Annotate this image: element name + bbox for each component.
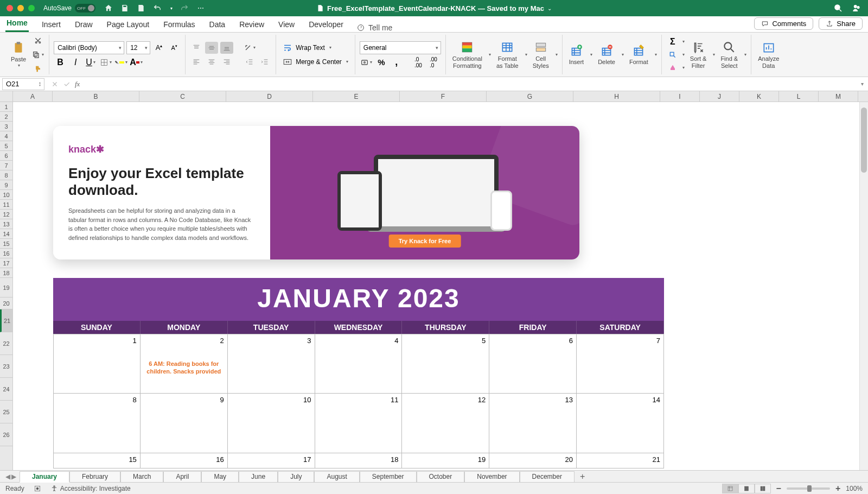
autosum-icon[interactable]: Σ [666,36,679,48]
calendar-cell[interactable]: 10 [228,394,315,453]
calendar-cell[interactable]: 12 [402,394,489,453]
window-maximize[interactable] [28,5,35,11]
col-header[interactable]: C [139,91,226,102]
calendar-cell[interactable]: 6 [489,334,577,394]
col-header[interactable]: K [739,91,779,102]
calendar-cell[interactable]: 5 [402,334,489,394]
row-header[interactable]: 9 [0,180,12,190]
font-name-combo[interactable]: Calibri (Body) [54,41,124,54]
calendar-cell[interactable]: 13 [489,394,577,453]
cell-styles-button[interactable]: Cell Styles [531,40,551,68]
select-all-corner[interactable] [0,91,13,102]
fx-icon[interactable]: fx [75,80,80,88]
row-header[interactable]: 10 [0,190,12,200]
merge-center-button[interactable]: Merge & Center▾ [280,56,350,68]
fill-color-button[interactable]: ▾ [114,56,127,68]
bold-button[interactable]: B [54,56,67,68]
macro-record-icon[interactable] [33,484,42,493]
sheet-nav-next[interactable]: ▶ [11,473,16,480]
tab-page-layout[interactable]: Page Layout [106,17,151,32]
wrap-text-button[interactable]: Wrap Text▾ [280,42,350,54]
tab-insert[interactable]: Insert [41,17,62,32]
sheet-tab[interactable]: October [417,471,465,482]
col-header[interactable]: M [819,91,858,102]
paste-button[interactable]: Paste ▾ [9,41,28,68]
tab-developer[interactable]: Developer [308,17,344,32]
row-header[interactable]: 18 [0,268,12,278]
formula-input[interactable] [83,78,857,90]
enter-formula-icon[interactable] [63,80,71,88]
sheet-nav-prev[interactable]: ◀ [5,473,10,480]
tab-view[interactable]: View [277,17,296,32]
row-header[interactable]: 11 [0,200,12,210]
tab-home[interactable]: Home [5,15,29,32]
col-header[interactable]: D [226,91,313,102]
find-select-button[interactable]: Find & Select [718,40,740,68]
calendar-cell[interactable]: 20 [489,453,577,468]
row-header[interactable]: 7 [0,161,12,170]
comma-icon[interactable]: , [390,56,403,68]
calendar-cell[interactable]: 18 [315,453,403,468]
page-break-view-icon[interactable] [755,484,771,493]
window-close[interactable] [7,5,13,11]
increase-indent-icon[interactable] [258,56,271,68]
row-header[interactable]: 22 [0,332,12,355]
align-top-icon[interactable] [190,42,203,54]
row-header[interactable]: 15 [0,239,12,249]
sheet-tab[interactable]: February [69,471,120,482]
more-icon[interactable] [196,4,205,12]
calendar-cell[interactable]: 16 [141,453,228,468]
decrease-decimal-icon[interactable]: .00.0 [427,56,440,68]
zoom-in-button[interactable]: + [835,484,840,493]
calendar-cell[interactable]: 8 [53,394,141,453]
zoom-slider[interactable] [787,487,830,490]
align-left-icon[interactable] [190,56,203,68]
col-header[interactable]: J [700,91,739,102]
decrease-font-icon[interactable]: A▾ [168,42,181,54]
row-header[interactable]: 26 [0,423,12,446]
row-header[interactable]: 20 [0,297,12,309]
normal-view-icon[interactable] [722,484,738,493]
row-header[interactable]: 2 [0,112,12,122]
window-minimize[interactable] [17,5,24,11]
align-center-icon[interactable] [205,56,218,68]
zoom-out-button[interactable]: − [776,484,781,493]
row-header[interactable]: 24 [0,378,12,401]
align-bottom-icon[interactable] [220,42,233,54]
row-header[interactable]: 1 [0,102,12,112]
col-header[interactable]: A [13,91,53,102]
font-size-combo[interactable]: 12 [126,41,150,54]
tab-formulas[interactable]: Formulas [162,17,196,32]
redo-icon[interactable] [180,4,189,12]
home-icon[interactable] [104,4,113,12]
increase-font-icon[interactable]: A▴ [152,42,165,54]
col-header[interactable]: H [573,91,660,102]
clear-icon[interactable] [666,62,679,74]
row-header[interactable]: 4 [0,131,12,141]
align-middle-icon[interactable] [205,42,218,54]
sheet-tab[interactable]: June [239,471,278,482]
tell-me[interactable]: Tell me [356,23,392,32]
sheet-tab[interactable]: September [360,471,417,482]
col-header[interactable]: G [487,91,573,102]
format-as-table-button[interactable]: Format as Table [494,40,521,68]
insert-cells-button[interactable]: Insert [567,43,586,65]
italic-button[interactable]: I [69,56,82,68]
fill-icon[interactable] [666,49,679,61]
analyze-data-button[interactable]: Analyze Data [756,40,781,68]
underline-button[interactable]: U▾ [84,56,97,68]
calendar-cell[interactable]: 7 [577,334,664,394]
zoom-level[interactable]: 100% [846,485,863,492]
number-format-combo[interactable]: General [360,41,441,54]
calendar-cell[interactable]: 14 [577,394,664,453]
row-header[interactable]: 3 [0,122,12,131]
decrease-indent-icon[interactable] [243,56,256,68]
comments-button[interactable]: Comments [754,17,813,30]
calendar-cell[interactable]: 17 [228,453,315,468]
row-header[interactable]: 21 [0,309,12,332]
sheet-tab[interactable]: April [163,471,201,482]
sheet-tab[interactable]: March [120,471,163,482]
vertical-scrollbar[interactable] [859,102,868,470]
cut-button[interactable] [31,35,44,47]
name-box[interactable]: O21 ▴▾ [2,78,44,90]
